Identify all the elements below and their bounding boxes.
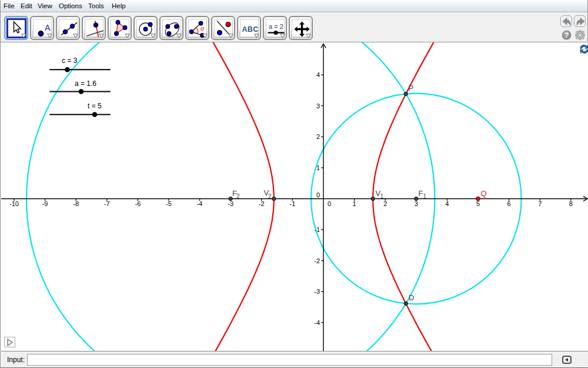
svg-text:-2: -2 [259,200,265,207]
svg-text:1: 1 [423,193,427,200]
svg-text:-4: -4 [314,319,320,326]
svg-text:3: 3 [316,102,320,110]
svg-text:t = 5: t = 5 [88,102,102,110]
svg-text:-9: -9 [42,200,48,207]
svg-text:1: 1 [353,200,356,207]
svg-text:6: 6 [507,200,511,207]
svg-text:7: 7 [538,200,542,207]
svg-text:Q: Q [481,189,487,198]
svg-text:-3: -3 [314,288,320,295]
svg-text:D: D [409,293,414,302]
svg-text:5: 5 [476,200,480,207]
svg-text:c = 3: c = 3 [62,57,78,65]
svg-text:2: 2 [316,133,320,140]
svg-text:-2: -2 [314,257,320,264]
svg-text:8: 8 [569,200,573,207]
svg-text:-1: -1 [314,226,320,233]
svg-text:-8: -8 [73,200,79,207]
svg-text:a = 1.6: a = 1.6 [75,79,96,88]
svg-text:P: P [409,84,414,92]
svg-text:1: 1 [316,164,320,171]
svg-text:3: 3 [415,200,418,207]
svg-text:1: 1 [380,193,384,200]
svg-text:4: 4 [316,71,320,78]
svg-text:?: ? [564,31,569,39]
svg-text:-3: -3 [228,200,233,207]
svg-text:2: 2 [383,200,387,207]
svg-text:-10: -10 [9,200,19,207]
svg-text:α: α [201,24,205,32]
svg-text:0: 0 [316,191,320,198]
svg-text:2: 2 [236,193,240,200]
svg-text:2: 2 [268,193,272,200]
svg-text:-5: -5 [166,200,172,207]
svg-text:a = 2: a = 2 [269,23,283,30]
svg-text:-6: -6 [135,200,141,207]
svg-text:-1: -1 [290,200,296,207]
svg-text:4: 4 [445,200,449,207]
svg-text:-7: -7 [104,200,110,207]
svg-text:ABC: ABC [242,25,259,34]
svg-text:0: 0 [328,200,331,207]
svg-text:-4: -4 [197,200,203,207]
svg-text:F: F [419,189,423,198]
svg-text:A: A [45,23,51,32]
